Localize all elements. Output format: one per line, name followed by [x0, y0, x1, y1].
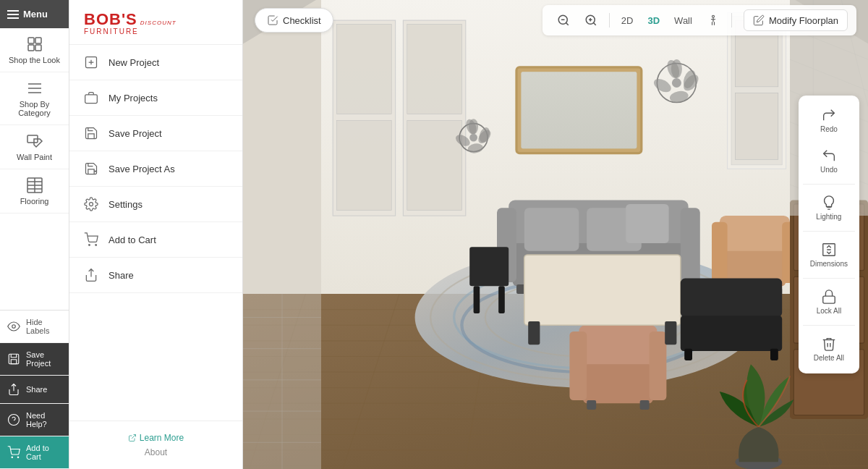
menu-item-settings-label: Settings	[109, 199, 142, 210]
toolbar-right: 2D 3D Wall Modify Floorplan	[542, 5, 856, 35]
zoom-in-button[interactable]	[579, 11, 603, 30]
menu-item-save-project-as[interactable]: Save Project As	[69, 151, 242, 187]
svg-rect-129	[823, 296, 835, 303]
svg-rect-51	[735, 93, 778, 160]
svg-rect-2	[28, 45, 34, 51]
hide-labels-button[interactable]: Hide Labels	[0, 310, 69, 343]
svg-rect-47	[407, 120, 462, 210]
logo-sub: FURNITURE	[84, 28, 228, 35]
menu-item-new-project-label: New Project	[109, 57, 159, 68]
modify-floorplan-button[interactable]: Modify Floorplan	[744, 9, 848, 31]
redo-button[interactable]: Redo	[803, 101, 855, 139]
room-canvas[interactable]	[243, 0, 868, 469]
view-2d-label: 2D	[621, 15, 634, 26]
learn-more-link[interactable]: Learn More	[84, 433, 228, 443]
sidebar: Menu Shop the Look Shop By Category Wall…	[0, 0, 69, 469]
logo-brand: BOB'S	[84, 12, 137, 28]
menu-item-share[interactable]: Share	[69, 258, 242, 293]
menu-footer: Learn More About	[69, 421, 242, 469]
svg-rect-87	[712, 222, 728, 283]
view-wall-button[interactable]: Wall	[668, 12, 698, 29]
menu-item-settings[interactable]: Settings	[69, 187, 242, 222]
zoom-in-icon	[584, 14, 597, 27]
add-to-cart-button[interactable]: Add to Cart	[0, 436, 69, 469]
svg-rect-0	[28, 38, 34, 43]
toolbar-left: Checklist	[255, 8, 333, 33]
view-3d-label: 3D	[647, 15, 660, 26]
lock-all-icon	[821, 289, 837, 305]
svg-rect-104	[681, 316, 782, 351]
need-help-button[interactable]: Need Help?	[0, 404, 69, 436]
svg-point-9	[12, 457, 13, 458]
lock-all-button[interactable]: Lock All	[803, 283, 855, 321]
share-bottom-button[interactable]: Share	[0, 376, 69, 404]
svg-point-14	[89, 245, 90, 246]
learn-more-label: Learn More	[140, 433, 184, 443]
sidebar-item-shop-look[interactable]: Shop the Look	[0, 28, 69, 72]
checklist-icon	[267, 14, 278, 26]
sidebar-item-wall-paint-label: Wall Paint	[17, 153, 52, 161]
add-to-cart-label: Add to Cart	[26, 444, 61, 461]
svg-point-62	[469, 134, 477, 142]
sidebar-item-wall-paint[interactable]: Wall Paint	[0, 125, 69, 169]
settings-icon	[84, 197, 98, 211]
zoom-out-button[interactable]	[551, 11, 576, 30]
svg-rect-96	[640, 400, 650, 410]
view-2d-button[interactable]: 2D	[616, 12, 639, 29]
logo-area: BOB'S DISCOUNT FURNITURE	[69, 0, 242, 45]
delete-all-icon	[821, 336, 837, 352]
menu-item-add-to-cart[interactable]: Add to Cart	[69, 222, 242, 258]
svg-rect-12	[85, 95, 98, 103]
eye-icon	[7, 320, 20, 333]
help-icon	[7, 413, 20, 426]
svg-rect-101	[474, 286, 480, 313]
view-wall-label: Wall	[674, 15, 692, 26]
lighting-button[interactable]: Lighting	[803, 189, 855, 227]
sidebar-item-shop-category[interactable]: Shop By Category	[0, 72, 69, 125]
menu-button[interactable]: Menu	[0, 0, 69, 28]
menu-item-save-project[interactable]: Save Project	[69, 116, 242, 151]
menu-item-my-projects[interactable]: My Projects	[69, 80, 242, 116]
svg-rect-84	[626, 204, 668, 243]
lighting-icon	[821, 195, 837, 211]
share-menu-icon	[84, 268, 98, 282]
checklist-button[interactable]: Checklist	[255, 8, 333, 33]
logo-discount: DISCOUNT	[140, 20, 176, 26]
redo-icon	[821, 107, 837, 123]
svg-rect-79	[681, 208, 700, 282]
menu-item-new-project[interactable]: New Project	[69, 45, 242, 80]
svg-rect-106	[770, 349, 778, 360]
delete-all-button[interactable]: Delete All	[803, 330, 855, 368]
delete-all-label: Delete All	[814, 354, 844, 362]
svg-rect-103	[681, 278, 782, 317]
svg-rect-94	[650, 331, 667, 400]
svg-rect-1	[35, 38, 41, 43]
dimensions-label: Dimensions	[810, 260, 848, 268]
svg-rect-95	[587, 400, 596, 410]
view-3d-button[interactable]: 3D	[642, 12, 665, 29]
need-help-label: Need Help?	[26, 411, 61, 428]
svg-rect-92	[583, 364, 653, 403]
view-person-button[interactable]	[701, 11, 726, 30]
svg-rect-100	[469, 247, 509, 286]
cart-icon	[7, 446, 20, 459]
svg-rect-99	[665, 321, 676, 345]
undo-button[interactable]: Undo	[803, 142, 855, 179]
sidebar-item-flooring[interactable]: Flooring	[0, 169, 69, 214]
dimensions-button[interactable]: Dimensions	[803, 236, 855, 274]
main-canvas-area: Checklist 2D 3D Wall	[243, 0, 868, 469]
menu-item-add-to-cart-label: Add to Cart	[109, 234, 156, 245]
menu-item-share-label: Share	[109, 270, 134, 281]
sidebar-item-shop-look-label: Shop the Look	[9, 56, 60, 64]
share-bottom-label: Share	[26, 385, 47, 394]
flooring-icon	[26, 177, 43, 194]
menu-label: Menu	[23, 9, 48, 20]
save-project-bottom-button[interactable]: Save Project	[0, 343, 69, 376]
about-text: About	[84, 447, 228, 457]
shop-look-icon	[26, 35, 43, 53]
dropdown-panel: BOB'S DISCOUNT FURNITURE New Project My …	[69, 0, 243, 469]
svg-rect-54	[521, 72, 637, 148]
menu-item-my-projects-label: My Projects	[109, 93, 158, 103]
svg-rect-7	[9, 354, 19, 364]
cart-menu-icon	[84, 232, 98, 247]
